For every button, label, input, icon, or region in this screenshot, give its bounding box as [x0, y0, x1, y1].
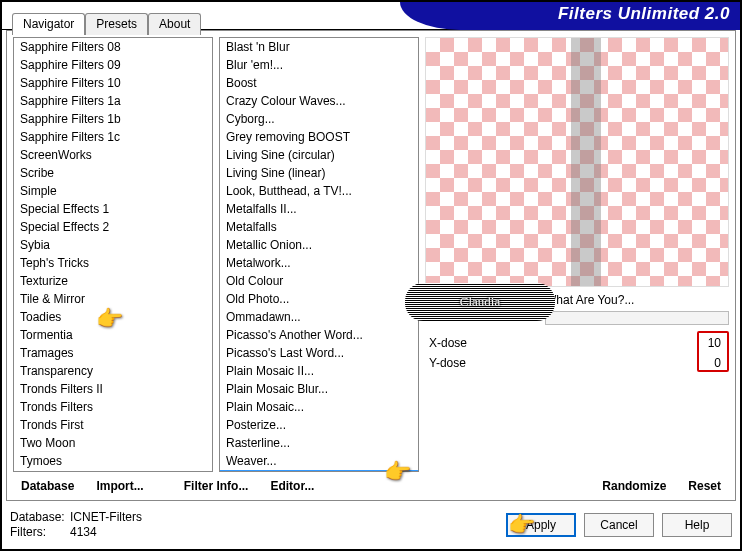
filter-item[interactable]: Living Sine (circular): [220, 146, 418, 164]
filter-item[interactable]: Crazy Colour Waves...: [220, 92, 418, 110]
category-item[interactable]: Special Effects 2: [14, 218, 212, 236]
category-item[interactable]: Two Moon: [14, 434, 212, 452]
filter-item[interactable]: Boost: [220, 74, 418, 92]
watermark-logo: Claudia: [405, 283, 555, 321]
category-item[interactable]: Tronds Filters II: [14, 380, 212, 398]
tab-about[interactable]: About: [148, 13, 201, 35]
editor-button[interactable]: Editor...: [262, 477, 322, 495]
filter-item[interactable]: Metalwork...: [220, 254, 418, 272]
annotation-highlight: [697, 331, 729, 372]
category-item[interactable]: Texturize: [14, 272, 212, 290]
randomize-button[interactable]: Randomize: [594, 477, 674, 495]
category-item[interactable]: Transparency: [14, 362, 212, 380]
filter-item[interactable]: Look, Butthead, a TV!...: [220, 182, 418, 200]
category-item[interactable]: Teph's Tricks: [14, 254, 212, 272]
apply-button[interactable]: Apply: [506, 513, 576, 537]
panel-button-row: Database Import... Filter Info... Editor…: [7, 472, 735, 500]
filter-item[interactable]: Ommadawn...: [220, 308, 418, 326]
filter-info-button[interactable]: Filter Info...: [176, 477, 257, 495]
help-button[interactable]: Help: [662, 513, 732, 537]
category-list[interactable]: Sapphire Filters 08Sapphire Filters 09Sa…: [13, 37, 213, 472]
category-item[interactable]: Sapphire Filters 1c: [14, 128, 212, 146]
param-row[interactable]: Y-dose0: [425, 353, 729, 373]
reset-button[interactable]: Reset: [680, 477, 729, 495]
cancel-button[interactable]: Cancel: [584, 513, 654, 537]
navigator-panel: Sapphire Filters 08Sapphire Filters 09Sa…: [6, 30, 736, 501]
filter-item[interactable]: Plain Mosaic...: [220, 398, 418, 416]
parameters-table: X-dose10Y-dose0: [425, 333, 729, 373]
filter-item[interactable]: Picasso's Another Word...: [220, 326, 418, 344]
filter-item[interactable]: Plain Mosaic II...: [220, 362, 418, 380]
filter-item[interactable]: Blur 'em!...: [220, 56, 418, 74]
progress-bar: [545, 311, 729, 325]
filter-item[interactable]: Weaver...: [220, 452, 418, 470]
category-item[interactable]: Sybia: [14, 236, 212, 254]
filter-item[interactable]: Blast 'n Blur: [220, 38, 418, 56]
selected-filter-name: What Are You?...: [545, 293, 729, 307]
category-item[interactable]: Scribe: [14, 164, 212, 182]
category-item[interactable]: Sapphire Filters 10: [14, 74, 212, 92]
category-item[interactable]: Sapphire Filters 1a: [14, 92, 212, 110]
database-button[interactable]: Database: [13, 477, 82, 495]
param-label: Y-dose: [429, 356, 466, 370]
category-item[interactable]: Special Effects 1: [14, 200, 212, 218]
param-label: X-dose: [429, 336, 467, 350]
filter-list[interactable]: Blast 'n BlurBlur 'em!...BoostCrazy Colo…: [219, 37, 419, 472]
filter-item[interactable]: What Are You?...: [220, 470, 418, 472]
category-item[interactable]: UnPlugged Colors: [14, 470, 212, 472]
category-item[interactable]: Simple: [14, 182, 212, 200]
category-item[interactable]: Tronds Filters: [14, 398, 212, 416]
category-item[interactable]: Tormentia: [14, 326, 212, 344]
footer: Database:ICNET-Filters Filters:4134 Appl…: [10, 505, 732, 545]
category-item[interactable]: Tramages: [14, 344, 212, 362]
category-item[interactable]: Tronds First: [14, 416, 212, 434]
filter-item[interactable]: Rasterline...: [220, 434, 418, 452]
filters-label: Filters:: [10, 525, 70, 540]
database-label: Database:: [10, 510, 70, 525]
category-item[interactable]: Tile & Mirror: [14, 290, 212, 308]
filter-item[interactable]: Metalfalls II...: [220, 200, 418, 218]
filter-item[interactable]: Old Photo...: [220, 290, 418, 308]
param-row[interactable]: X-dose10: [425, 333, 729, 353]
category-item[interactable]: Sapphire Filters 08: [14, 38, 212, 56]
tab-navigator[interactable]: Navigator: [12, 13, 85, 35]
database-value: ICNET-Filters: [70, 510, 142, 524]
filter-item[interactable]: Plain Mosaic Blur...: [220, 380, 418, 398]
filter-item[interactable]: Metalfalls: [220, 218, 418, 236]
category-item[interactable]: Tymoes: [14, 452, 212, 470]
preview-image: [425, 37, 729, 287]
tab-presets[interactable]: Presets: [85, 13, 148, 35]
filter-item[interactable]: Living Sine (linear): [220, 164, 418, 182]
import-button[interactable]: Import...: [88, 477, 151, 495]
category-item[interactable]: ScreenWorks: [14, 146, 212, 164]
tab-strip: Navigator Presets About: [12, 12, 201, 34]
filter-item[interactable]: Old Colour: [220, 272, 418, 290]
filters-count: 4134: [70, 525, 97, 539]
app-title: Filters Unlimited 2.0: [558, 4, 730, 24]
category-item[interactable]: Sapphire Filters 09: [14, 56, 212, 74]
category-item[interactable]: Sapphire Filters 1b: [14, 110, 212, 128]
filter-item[interactable]: Posterize...: [220, 416, 418, 434]
filter-item[interactable]: Metallic Onion...: [220, 236, 418, 254]
filter-item[interactable]: Picasso's Last Word...: [220, 344, 418, 362]
preview-area: Claudia What Are You?... X-dose10Y-dose0: [425, 37, 729, 472]
filter-item[interactable]: Grey removing BOOST: [220, 128, 418, 146]
filter-item[interactable]: Cyborg...: [220, 110, 418, 128]
category-item[interactable]: Toadies: [14, 308, 212, 326]
